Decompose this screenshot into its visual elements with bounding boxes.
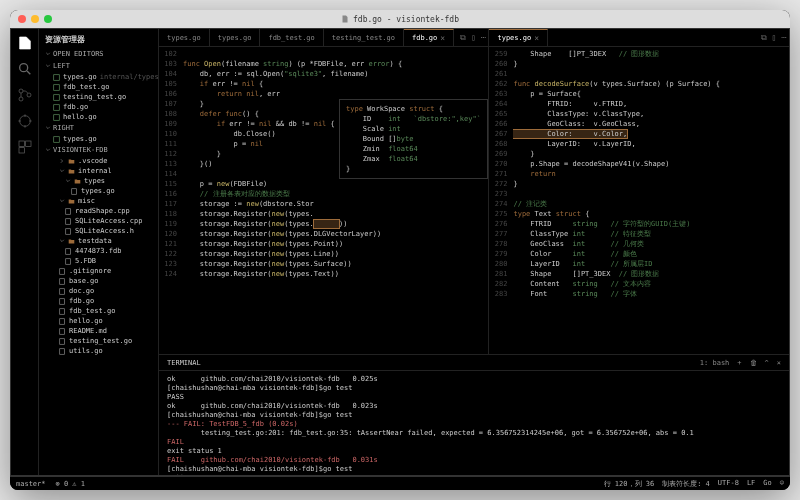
explorer-icon[interactable]	[17, 35, 33, 51]
sidebar-section[interactable]: LEFT	[39, 60, 158, 72]
editor-tab[interactable]: testing_test.go	[324, 29, 404, 46]
extensions-icon[interactable]	[17, 139, 33, 155]
code-line[interactable]: 262func decodeSurface(v types.Surface) (…	[489, 79, 789, 89]
sidebar-section[interactable]: RIGHT	[39, 122, 158, 134]
tree-item[interactable]: .vscode	[39, 156, 158, 166]
tree-item[interactable]: types	[39, 176, 158, 186]
tree-item[interactable]: .gitignore	[39, 266, 158, 276]
minimize-window-button[interactable]	[31, 15, 39, 23]
code-line[interactable]: 103func Open(filename string) (p *FDBFil…	[159, 59, 488, 69]
code-line[interactable]: 121 storage.Register(new(types.Point))	[159, 239, 488, 249]
search-icon[interactable]	[17, 61, 33, 77]
editor-tab[interactable]: fdb.go ×	[404, 29, 454, 46]
code-line[interactable]: 275type Text struct {	[489, 209, 789, 219]
maximize-window-button[interactable]	[44, 15, 52, 23]
tree-item[interactable]: testdata	[39, 236, 158, 246]
code-line[interactable]: 122 storage.Register(new(types.Line))	[159, 249, 488, 259]
tab-action-icon[interactable]: ⧉	[458, 29, 468, 46]
tree-item[interactable]: types.go	[39, 186, 158, 196]
sidebar-section[interactable]: OPEN EDITORS	[39, 48, 158, 60]
code-line[interactable]: 106 return nil, err	[159, 89, 488, 99]
code-line[interactable]: 259 Shape []PT_3DEX // 图形数据	[489, 49, 789, 59]
new-terminal-icon[interactable]: +	[737, 359, 741, 367]
code-line[interactable]: 272}	[489, 179, 789, 189]
code-line[interactable]: 283 Font string // 字体	[489, 289, 789, 299]
tree-item[interactable]: SQLiteAccess.h	[39, 226, 158, 236]
code-line[interactable]: 269 }	[489, 149, 789, 159]
code-line[interactable]: 116 // 注册各表对应的数据类型	[159, 189, 488, 199]
tree-item[interactable]: misc	[39, 196, 158, 206]
code-line[interactable]: 261	[489, 69, 789, 79]
tree-item[interactable]: fdb_test.go	[39, 306, 158, 316]
code-line[interactable]: 274// 注记类	[489, 199, 789, 209]
code-line[interactable]: 280 LayerID int // 所属层ID	[489, 259, 789, 269]
status-item[interactable]: 行 120，列 36	[604, 479, 655, 489]
code-line[interactable]: 117 storage := new(dbstore.Stor	[159, 199, 488, 209]
close-panel-icon[interactable]: ×	[777, 359, 781, 367]
tree-item[interactable]: doc.go	[39, 286, 158, 296]
editor-tab[interactable]: types.go	[159, 29, 210, 46]
sidebar-item[interactable]: types.go	[39, 134, 158, 144]
code-line[interactable]: 282 Content string // 文本内容	[489, 279, 789, 289]
code-line[interactable]: 276 FTRID string // 字符型的GUID(主键)	[489, 219, 789, 229]
sidebar-item[interactable]: types.go internal/types	[39, 72, 158, 82]
code-line[interactable]: 124 storage.Register(new(types.Text))	[159, 269, 488, 279]
sidebar-item[interactable]: fdb.go	[39, 102, 158, 112]
status-item[interactable]: 制表符长度: 4	[662, 479, 710, 489]
editor-tab[interactable]: types.go	[210, 29, 261, 46]
code-line[interactable]: 267 Color: v.Color,	[489, 129, 789, 139]
tree-item[interactable]: internal	[39, 166, 158, 176]
code-line[interactable]: 263 p = Surface{	[489, 89, 789, 99]
kill-terminal-icon[interactable]: 🗑	[750, 359, 757, 367]
tab-action-icon[interactable]: ⋯	[478, 29, 488, 46]
editor-tab[interactable]: fdb_test.go	[260, 29, 323, 46]
code-line[interactable]: 102	[159, 49, 488, 59]
status-item[interactable]: LF	[747, 479, 755, 489]
terminal-body[interactable]: ok github.com/chai2010/visiontek-fdb 0.0…	[159, 371, 789, 475]
code-editor-left[interactable]: type WorkSpace struct { ID int `dbstore:…	[159, 47, 488, 354]
status-item[interactable]: master*	[16, 480, 46, 488]
code-line[interactable]: 120 storage.Register(new(types.DLGVector…	[159, 229, 488, 239]
tree-item[interactable]: README.md	[39, 326, 158, 336]
tree-item[interactable]: 5.FDB	[39, 256, 158, 266]
status-item[interactable]: ☺	[780, 479, 784, 489]
code-line[interactable]: 278 GeoClass int // 几何类	[489, 239, 789, 249]
code-line[interactable]: 270 p.Shape = decodeShapeV41(v.Shape)	[489, 159, 789, 169]
tree-item[interactable]: fdb.go	[39, 296, 158, 306]
code-line[interactable]: 118 storage.Register(new(types.	[159, 209, 488, 219]
code-line[interactable]: 265 ClassType: v.ClassType,	[489, 109, 789, 119]
code-line[interactable]: 279 Color int // 颜色	[489, 249, 789, 259]
sidebar-section[interactable]: VISIONTEK-FDB	[39, 144, 158, 156]
close-tab-icon[interactable]: ×	[440, 34, 445, 43]
code-line[interactable]: 123 storage.Register(new(types.Surface))	[159, 259, 488, 269]
code-line[interactable]: 264 FTRID: v.FTRID,	[489, 99, 789, 109]
code-line[interactable]: 268 LayerID: v.LayerID,	[489, 139, 789, 149]
code-editor-right[interactable]: 259 Shape []PT_3DEX // 图形数据260}261262fun…	[489, 47, 789, 354]
code-line[interactable]: 277 ClassType int // 特征类型	[489, 229, 789, 239]
tree-item[interactable]: utils.go	[39, 346, 158, 356]
status-item[interactable]: ⊗ 0 ⚠ 1	[56, 480, 86, 488]
code-line[interactable]: 260}	[489, 59, 789, 69]
maximize-panel-icon[interactable]: ^	[765, 359, 769, 367]
code-line[interactable]: 105 if err != nil {	[159, 79, 488, 89]
tree-item[interactable]: 4474873.fdb	[39, 246, 158, 256]
tree-item[interactable]: testing_test.go	[39, 336, 158, 346]
tree-item[interactable]: base.go	[39, 276, 158, 286]
code-line[interactable]: 281 Shape []PT_3DEX // 图形数据	[489, 269, 789, 279]
status-item[interactable]: UTF-8	[718, 479, 739, 489]
tree-item[interactable]: readShape.cpp	[39, 206, 158, 216]
status-item[interactable]: Go	[763, 479, 771, 489]
code-line[interactable]: 119 storage.Register(new(types. ))	[159, 219, 488, 229]
tab-action-icon[interactable]: ▯	[468, 29, 478, 46]
code-line[interactable]: 271 return	[489, 169, 789, 179]
sidebar-item[interactable]: testing_test.go	[39, 92, 158, 102]
tree-item[interactable]: SQLiteAccess.cpp	[39, 216, 158, 226]
debug-icon[interactable]	[17, 113, 33, 129]
tab-action-icon[interactable]: ⧉	[759, 29, 769, 46]
tree-item[interactable]: hello.go	[39, 316, 158, 326]
tab-action-icon[interactable]: ⋯	[779, 29, 789, 46]
sidebar-item[interactable]: hello.go	[39, 112, 158, 122]
terminal-tab[interactable]: TERMINAL	[167, 359, 201, 367]
code-line[interactable]: 104 db, err := sql.Open("sqlite3", filen…	[159, 69, 488, 79]
close-tab-icon[interactable]: ×	[534, 34, 539, 43]
